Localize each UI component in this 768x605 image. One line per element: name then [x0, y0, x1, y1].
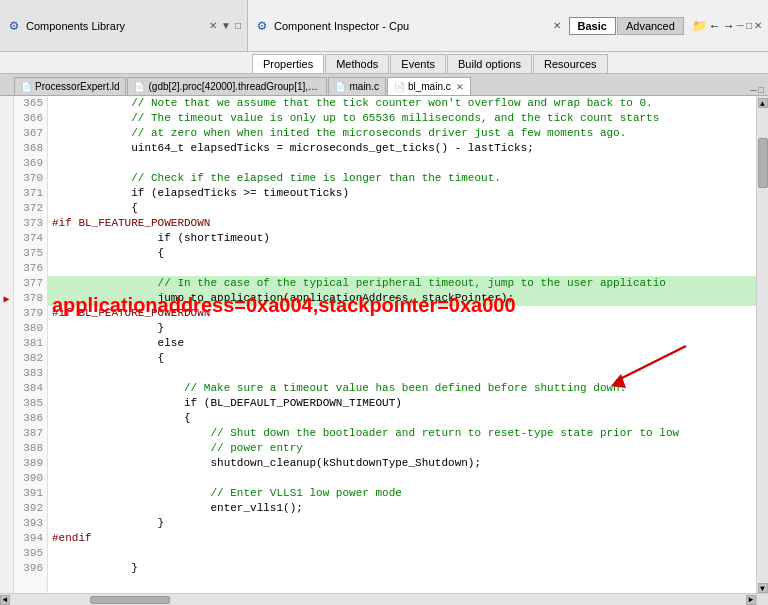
code-line-380: } — [48, 321, 756, 336]
file-icon: 📄 — [21, 82, 32, 92]
inspector-close-icon[interactable]: ✕ — [553, 20, 561, 31]
gutter: ▶ — [0, 96, 14, 593]
tab-events[interactable]: Events — [390, 54, 446, 73]
code-line-395 — [48, 546, 756, 561]
code-line-368: uint64_t elapsedTicks = microseconds_get… — [48, 141, 756, 156]
hscroll-left-button[interactable]: ◄ — [0, 595, 10, 605]
code-line-366: // The timeout value is only up to 65536… — [48, 111, 756, 126]
code-line-382: { — [48, 351, 756, 366]
code-line-384: // Make sure a timeout value has been de… — [48, 381, 756, 396]
code-line-388: // power entry — [48, 441, 756, 456]
scrollbar-thumb[interactable] — [758, 138, 768, 188]
code-line-376 — [48, 261, 756, 276]
horizontal-scrollbar[interactable]: ◄ ► — [0, 593, 768, 605]
scrollbar-down-button[interactable]: ▼ — [758, 583, 768, 593]
code-line-377: // In the case of the typical peripheral… — [48, 276, 756, 291]
panel-menu-icon[interactable]: ▼ — [221, 20, 231, 31]
file-tab-close-button[interactable]: ✕ — [456, 82, 464, 92]
tab-resources[interactable]: Resources — [533, 54, 608, 73]
file-tabs-row: 📄 ProcessorExpert.ld 📄 (gdb[2].proc[4200… — [0, 74, 768, 96]
code-line-392: enter_vlls1(); — [48, 501, 756, 516]
inspector-icon: ⚙ — [254, 18, 270, 34]
back-icon[interactable]: ← — [709, 19, 721, 33]
components-library-title: Components Library — [26, 20, 205, 32]
code-line-379: #if BL_FEATURE_POWERDOWN — [48, 306, 756, 321]
inspector-panel: ⚙ Component Inspector - Cpu ✕ Basic Adva… — [248, 0, 768, 51]
code-line-371: if (elapsedTicks >= timeoutTicks) — [48, 186, 756, 201]
scrollbar-up-button[interactable]: ▲ — [758, 98, 768, 108]
code-line-374: if (shortTimeout) — [48, 231, 756, 246]
file-icon-bl-main: 📄 — [394, 82, 405, 92]
code-line-372: { — [48, 201, 756, 216]
hscroll-track — [10, 595, 746, 605]
file-tab-processor[interactable]: 📄 ProcessorExpert.ld — [14, 77, 126, 95]
code-line-383 — [48, 366, 756, 381]
maximize-icon[interactable]: □ — [746, 20, 752, 31]
code-line-386: { — [48, 411, 756, 426]
code-line-391: // Enter VLLS1 low power mode — [48, 486, 756, 501]
code-line-373: #if BL_FEATURE_POWERDOWN — [48, 216, 756, 231]
code-line-369 — [48, 156, 756, 171]
code-line-390 — [48, 471, 756, 486]
tab-build-options[interactable]: Build options — [447, 54, 532, 73]
panel-restore-icon[interactable]: □ — [235, 20, 241, 31]
line-numbers: 365 366 367 368 369 370 371 372 373 374 … — [14, 96, 48, 593]
vertical-scrollbar[interactable]: ▲ ▼ — [756, 96, 768, 593]
editor-minimize-button[interactable]: ─ — [750, 85, 756, 95]
inspector-title: Component Inspector - Cpu — [274, 20, 549, 32]
properties-tabs-row: Properties Methods Events Build options … — [0, 52, 768, 74]
advanced-button[interactable]: Advanced — [617, 17, 684, 35]
components-library-panel: ⚙ Components Library ✕ ▼ □ — [0, 0, 248, 51]
forward-icon[interactable]: → — [723, 19, 735, 33]
code-line-387: // Shut down the bootloader and return t… — [48, 426, 756, 441]
file-icon-main: 📄 — [335, 82, 346, 92]
code-line-365: // Note that we assume that the tick cou… — [48, 96, 756, 111]
file-tab-bl-main[interactable]: 📄 bl_main.c ✕ — [387, 77, 471, 95]
breakpoint-marker[interactable]: ▶ — [0, 291, 13, 306]
minimize-icon[interactable]: ─ — [737, 20, 744, 31]
code-content[interactable]: applicationaddress=0xa004,stackpointer=0… — [48, 96, 756, 593]
code-line-385: if (BL_DEFAULT_POWERDOWN_TIMEOUT) — [48, 396, 756, 411]
code-line-396: } — [48, 561, 756, 576]
file-tab-main[interactable]: 📄 main.c — [328, 77, 385, 95]
tab-methods[interactable]: Methods — [325, 54, 389, 73]
code-editor: ▶ 365 366 367 368 369 370 371 372 373 37… — [0, 96, 768, 593]
tab-properties[interactable]: Properties — [252, 54, 324, 73]
folder-icon[interactable]: 📁 — [692, 19, 707, 33]
code-line-367: // at zero when when inited the microsec… — [48, 126, 756, 141]
code-line-394: #endif — [48, 531, 756, 546]
code-line-389: shutdown_cleanup(kShutdownType_Shutdown)… — [48, 456, 756, 471]
code-line-378: jump_to_application(applicationAddress, … — [48, 291, 756, 306]
file-tab-gdb[interactable]: 📄 (gdb[2].proc[42000].threadGroup[1],gdb… — [127, 77, 327, 95]
basic-button[interactable]: Basic — [569, 17, 616, 35]
hscroll-thumb[interactable] — [90, 596, 170, 604]
code-line-393: } — [48, 516, 756, 531]
file-icon-gdb: 📄 — [134, 82, 145, 92]
code-line-370: // Check if the elapsed time is longer t… — [48, 171, 756, 186]
close-icon[interactable]: ✕ — [754, 20, 762, 31]
editor-maximize-button[interactable]: □ — [759, 85, 764, 95]
code-line-381: else — [48, 336, 756, 351]
code-line-375: { — [48, 246, 756, 261]
component-icon: ⚙ — [6, 18, 22, 34]
panel-close-icon[interactable]: ✕ — [209, 20, 217, 31]
hscroll-right-button[interactable]: ► — [746, 595, 756, 605]
